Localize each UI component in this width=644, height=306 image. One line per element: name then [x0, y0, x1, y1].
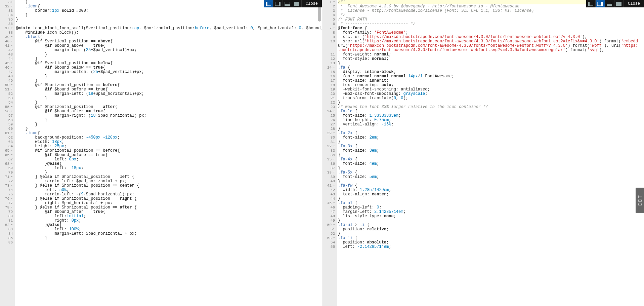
line-number: 40 — [322, 179, 335, 184]
line-number: 33 — [0, 9, 13, 13]
line-number: 20 — [322, 92, 335, 96]
code-line[interactable]: } — [16, 127, 322, 131]
line-number: 49 — [0, 79, 13, 83]
line-number: 37▾ — [0, 26, 13, 31]
layout-left-icon[interactable] — [586, 0, 596, 7]
code-line[interactable]: font-size: 2em; — [338, 136, 644, 140]
svg-rect-3 — [279, 2, 281, 6]
code-line[interactable]: margin-left: $pad_horizontal + px; — [16, 232, 322, 236]
line-number: 50▾ — [0, 83, 13, 87]
code-line[interactable]: * -------------------------- */ — [338, 22, 644, 26]
code-line[interactable]: } — [16, 52, 322, 57]
code-line[interactable]: font-style: normal; — [338, 57, 644, 61]
code-line[interactable]: text-align: center; — [338, 192, 644, 197]
code-line[interactable]: list-style-type: none; — [338, 214, 644, 219]
code-line[interactable] — [16, 240, 322, 245]
line-number: 9 — [322, 35, 335, 39]
code-line[interactable]: margin-bottom: (25+$pad_vertical)+px; — [16, 70, 322, 74]
layout-bottom-icon[interactable] — [283, 0, 292, 7]
line-number: 1▾ — [322, 0, 335, 4]
line-number: 2 — [322, 4, 335, 9]
line-number: 32▾ — [0, 4, 13, 9]
code-line[interactable]: font-size: 4em; — [338, 162, 644, 166]
code-line[interactable]: margin-right: (18+$pad_horizontal)+px; — [16, 114, 322, 118]
line-number: 31 — [0, 0, 13, 4]
code-line[interactable]: @include icon_block(); — [16, 31, 322, 35]
line-number: 51▾ — [0, 87, 13, 92]
code-line[interactable]: vertical-align: -15%; — [338, 122, 644, 127]
line-number: 34 — [322, 153, 335, 157]
line-number: 35 — [0, 17, 13, 22]
code-line[interactable]: } — [338, 219, 644, 223]
code-line[interactable]: .fa-ul { — [338, 201, 644, 205]
line-number: 69 — [0, 166, 13, 170]
line-number: 3 — [322, 9, 335, 13]
code-line[interactable]: } — [16, 96, 322, 101]
line-number: 45▾ — [322, 201, 335, 205]
code-line[interactable]: } — [338, 197, 644, 201]
layout-right-icon[interactable] — [596, 0, 605, 7]
line-number: 41▾ — [322, 184, 335, 188]
code-line[interactable]: position: relative; — [338, 227, 644, 232]
code-line[interactable]: margin-left: (18+$pad_horizontal)+px; — [16, 92, 322, 96]
code-line[interactable]: transform: translate(0, 0); — [338, 96, 644, 101]
layout-full-icon[interactable] — [614, 0, 624, 7]
line-number: 23 — [322, 105, 335, 109]
left-scrollbar[interactable] — [318, 0, 321, 306]
code-line[interactable]: } — [338, 179, 644, 184]
code-line[interactable]: } — [16, 118, 322, 122]
code-line[interactable]: font-size: 3em; — [338, 149, 644, 153]
code-line[interactable]: } — [16, 17, 322, 22]
line-number: 28 — [322, 127, 335, 131]
code-line[interactable]: .fa-2x { — [338, 131, 644, 136]
code-line[interactable]: } — [16, 13, 322, 17]
code-line[interactable]: left: -18px; — [16, 166, 322, 170]
line-number: 10 — [322, 39, 335, 44]
line-number: 55 — [322, 245, 335, 249]
code-line[interactable]: margin-top: (25+$pad_vertical)+px; — [16, 48, 322, 52]
code-line[interactable]: */ — [338, 13, 644, 17]
code-line[interactable]: } — [16, 122, 322, 127]
line-number: 81 — [0, 219, 13, 223]
left-code-area[interactable]: } .icon{ border:1px solid #000; }} @mixi… — [15, 0, 322, 306]
code-line[interactable]: left: -2.14285714em; — [338, 245, 644, 249]
layout-right-icon[interactable] — [273, 0, 283, 7]
line-number: 38 — [0, 31, 13, 35]
code-line[interactable]: } — [16, 74, 322, 79]
code-line[interactable]: } — [338, 166, 644, 170]
code-line[interactable]: .fa-3x { — [338, 144, 644, 149]
line-number — [322, 44, 335, 48]
code-line[interactable]: .fa-5x { — [338, 170, 644, 175]
code-line[interactable]: .fa-4x { — [338, 157, 644, 162]
line-number: 68▾ — [0, 162, 13, 166]
line-number: 54 — [322, 240, 335, 245]
line-number: 18 — [322, 83, 335, 87]
right-code-area[interactable]: /*! * Font Awesome 4.3.0 by @davegandy -… — [337, 0, 644, 306]
code-line[interactable]: } — [16, 236, 322, 240]
code-line[interactable]: /* makes the font 33% larger relative to… — [338, 105, 644, 109]
code-line[interactable]: * License - http://fontawesome.io/licens… — [338, 9, 644, 13]
left-close-button[interactable]: Close — [302, 1, 322, 6]
layout-left-icon[interactable] — [264, 0, 273, 7]
line-number: 27 — [322, 122, 335, 127]
code-line[interactable]: } — [338, 140, 644, 144]
svg-rect-10 — [601, 2, 603, 6]
line-number: 59 — [0, 122, 13, 127]
line-number: 73▾ — [0, 184, 13, 188]
line-number: 63 — [0, 140, 13, 144]
layout-full-icon[interactable] — [292, 0, 302, 7]
line-number: 33 — [322, 149, 335, 153]
code-line[interactable]: border:1px solid #000; — [16, 9, 322, 13]
layout-bottom-icon[interactable] — [605, 0, 614, 7]
line-number: 86 — [0, 240, 13, 245]
line-number: 43 — [0, 52, 13, 57]
right-editor-pane: Close 1▾234567▾8910 11121314▾15161718192… — [322, 0, 644, 306]
ddt-tab[interactable]: DDT — [636, 188, 644, 213]
code-line[interactable]: } — [338, 127, 644, 131]
line-number: 44 — [0, 57, 13, 61]
code-line[interactable]: } — [338, 153, 644, 157]
right-close-button[interactable]: Close — [624, 1, 644, 6]
code-line[interactable]: font-size: 5em; — [338, 175, 644, 179]
code-line[interactable]: } — [338, 232, 644, 236]
code-line[interactable]: } — [338, 61, 644, 66]
